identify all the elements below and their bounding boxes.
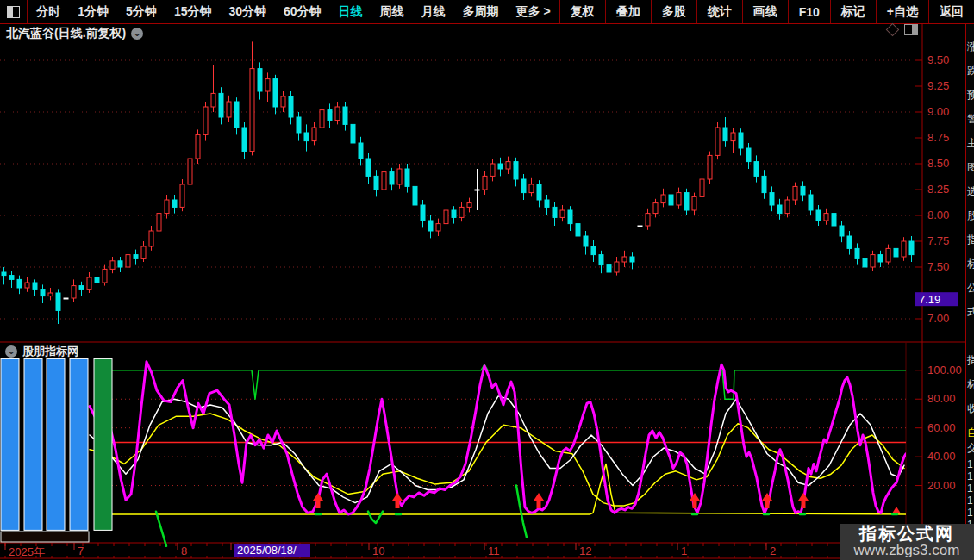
strip-glyph: 交 xyxy=(967,441,974,456)
svg-text:100.00: 100.00 xyxy=(927,364,962,376)
signal-bar-green xyxy=(94,358,112,530)
svg-text:20.00: 20.00 xyxy=(927,479,956,492)
strip-glyph: 标 xyxy=(967,377,974,392)
svg-text:80.00: 80.00 xyxy=(927,392,956,405)
triangle-marker-icon xyxy=(892,507,901,513)
strip-glyph: 主 xyxy=(967,136,974,151)
svg-text:7.19: 7.19 xyxy=(919,293,940,306)
strip-glyph: 警 xyxy=(967,112,974,127)
signal-bar-blue xyxy=(24,358,42,530)
date-axis-label: 1 xyxy=(681,544,687,557)
strip-glyph: 1 xyxy=(967,507,974,519)
strip-glyph: 自 xyxy=(967,426,974,440)
chevron-down-icon[interactable]: ⌄ xyxy=(5,345,17,358)
chart-title-row: 北汽蓝谷(日线.前复权) ⌄ xyxy=(6,26,143,41)
stock-title: 北汽蓝谷(日线.前复权) xyxy=(6,26,126,41)
svg-text:8.50: 8.50 xyxy=(927,157,949,170)
strip-glyph: 涨 xyxy=(967,40,974,54)
buy-arrow-icon xyxy=(798,493,809,508)
strip-glyph: 1 xyxy=(967,482,974,495)
indicator-header: ⌄ 股朋指标网 xyxy=(5,344,78,359)
signal-bar-blue xyxy=(1,358,19,530)
strip-glyph: 式 xyxy=(967,305,974,320)
indicator-pane: 100.0080.0060.0040.0020.00 xyxy=(1,358,962,545)
date-axis-label: 7 xyxy=(78,544,84,557)
strip-glyph: 收 xyxy=(967,401,974,416)
buy-arrow-icon xyxy=(534,493,544,508)
chart-corner-icons xyxy=(888,24,918,35)
indicator-title: 股朋指标网 xyxy=(22,344,78,359)
date-axis-highlight: 2025/08/18/— xyxy=(234,544,310,557)
watermark-url: www.zbgs3.com xyxy=(840,543,974,558)
signal-bar-blue xyxy=(47,358,65,530)
strip-glyph: 图 xyxy=(967,160,974,175)
stock-chart-canvas: 9.509.259.008.758.508.258.007.757.507.00… xyxy=(0,0,974,560)
trading-app-window: { "toolbar": { "left_items": [ {"name":"… xyxy=(0,0,974,560)
strip-glyph: 指 xyxy=(967,233,974,247)
svg-text:8.75: 8.75 xyxy=(927,131,949,144)
strip-glyph: 1 xyxy=(967,470,974,482)
date-axis-label: 2025年 xyxy=(9,544,45,560)
date-axis-label: 11 xyxy=(488,544,500,557)
svg-text:7.50: 7.50 xyxy=(927,260,949,273)
svg-text:8.25: 8.25 xyxy=(927,183,949,196)
date-axis-label: 10 xyxy=(372,544,384,557)
panel-split-icon[interactable] xyxy=(904,24,918,35)
strip-glyph: 1 xyxy=(967,458,974,470)
svg-text:8.00: 8.00 xyxy=(927,208,949,221)
right-sidebar-strip[interactable]: 涨跌预警主图选股指标公式指标收自交11111111 xyxy=(965,24,974,560)
chevron-down-icon[interactable]: ⌄ xyxy=(131,28,143,40)
svg-text:9.00: 9.00 xyxy=(927,105,949,118)
watermark-title: 指标公式网 xyxy=(840,524,974,543)
strip-glyph: 跌 xyxy=(967,64,974,78)
date-axis-label: 2 xyxy=(770,544,776,557)
strip-glyph: 标 xyxy=(967,257,974,271)
svg-text:7.00: 7.00 xyxy=(927,312,949,325)
strip-glyph: 1 xyxy=(967,495,974,507)
strip-glyph: 预 xyxy=(967,88,974,103)
svg-text:9.25: 9.25 xyxy=(927,79,949,92)
bar-base-box xyxy=(1,532,89,542)
candles-layer xyxy=(2,41,914,324)
date-axis-label: 12 xyxy=(579,544,591,557)
signal-bar-blue xyxy=(70,358,88,530)
svg-text:40.00: 40.00 xyxy=(927,450,956,463)
svg-text:9.50: 9.50 xyxy=(927,53,949,66)
strip-glyph: 选 xyxy=(967,184,974,199)
strip-glyph: 股 xyxy=(967,208,974,223)
date-axis-label: 8 xyxy=(181,544,187,557)
svg-text:7.75: 7.75 xyxy=(927,234,949,247)
strip-glyph: 指 xyxy=(967,353,974,368)
diamond-icon[interactable] xyxy=(886,23,900,37)
watermark: 指标公式网 www.zbgs3.com xyxy=(840,524,974,560)
svg-text:60.00: 60.00 xyxy=(927,421,956,434)
indicator-bars xyxy=(1,358,112,542)
strip-glyph: 公 xyxy=(967,281,974,296)
